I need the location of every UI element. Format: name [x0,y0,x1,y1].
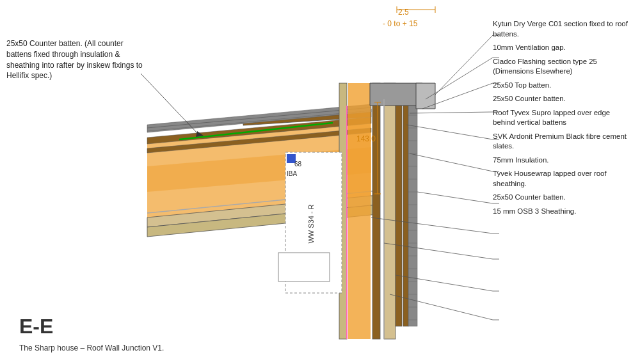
annotation-tyvex: Roof Tyvex Supro lapped over edge behind… [493,108,634,128]
svg-rect-13 [372,83,380,339]
left-annotation-counter-batten: 25x50 Counter batten. (All counter batte… [6,38,147,81]
annotation-top-batten: 25x50 Top batten. [493,81,634,91]
svg-line-52 [435,35,493,95]
annotation-vent-gap: 10mm Ventilation gap. [493,43,634,53]
annotation-counter-batten-1: 25x50 Counter batten. [493,94,634,104]
annotation-svk: SVK Ardonit Premium Black fibre cement s… [493,132,634,152]
dimension-range: - 0 to + 15 [383,19,417,28]
svg-text:WW S34 - R: WW S34 - R [307,204,315,243]
svg-rect-18 [408,102,417,326]
svg-line-60 [406,125,493,139]
svg-line-62 [410,154,493,171]
annotation-osb: 15 mm OSB 3 Sheathing. [493,207,634,217]
svg-text:68: 68 [294,161,302,168]
drawing-caption: The Sharp house – Roof Wall Junction V1. [19,344,164,352]
svg-rect-17 [403,102,408,326]
annotation-insulation: 75mm Insulation. [493,155,634,166]
svg-rect-45 [278,253,330,281]
svg-text:IBA: IBA [287,170,297,177]
svg-line-58 [410,112,493,113]
dimension-top: 2.5 [398,8,409,17]
section-label: E-E [19,315,53,338]
annotation-housewrap: Tyvek Housewrap lapped over roof sheathi… [493,169,634,189]
svg-rect-16 [396,102,402,326]
dimension-side: 143.0 [356,134,376,143]
right-annotations: Kytun Dry Verge C01 section fixed to roo… [493,19,634,220]
svg-line-64 [417,192,493,203]
annotation-cladco: Cladco Flashing section type 25 (Dimensi… [493,57,634,77]
diagram-container: WW S34 - R 68 IBA [0,0,640,364]
svg-rect-12 [384,83,396,339]
annotation-kytun: Kytun Dry Verge C01 section fixed to roo… [493,19,634,39]
annotation-counter-batten-2: 25x50 Counter batten. [493,193,634,203]
svg-rect-14 [348,83,371,339]
svg-line-54 [426,58,493,99]
